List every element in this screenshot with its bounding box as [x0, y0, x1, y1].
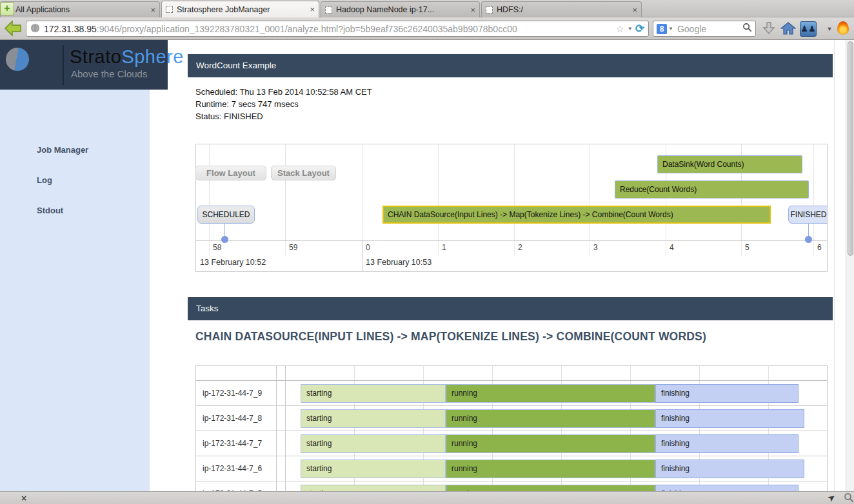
new-tab-button[interactable]: + [0, 2, 14, 15]
timeline-tick-mark [438, 240, 439, 256]
search-input[interactable]: Google [677, 24, 742, 34]
site-identity-globe-icon[interactable] [30, 23, 40, 35]
sidebar-item-log[interactable]: Log [37, 175, 52, 185]
bookmark-dropdown-icon[interactable]: ▼ [628, 26, 633, 32]
tab-favicon-icon [166, 6, 173, 13]
search-engine-icon[interactable]: 8 [657, 24, 667, 34]
tasks-gantt-chart: ip-172-31-44-7_9startingrunningfinishing… [195, 365, 828, 491]
timeline-item-task[interactable]: Reduce(Count Words) [615, 180, 809, 199]
tab-title: HDFS:/ [497, 5, 628, 14]
bookmark-star-icon[interactable]: ☆ [615, 23, 624, 35]
home-icon[interactable] [779, 20, 797, 37]
task-bar-finishing: finishing [655, 409, 804, 428]
timeline-tick-label: 3 [593, 243, 598, 252]
task-row: ip-172-31-44-7_6startingrunningfinishing [196, 456, 827, 481]
browser-tab-0[interactable]: All Applications× [0, 1, 160, 17]
tasks-panel-title: Tasks [196, 304, 219, 313]
url-host: 172.31.38.95 [44, 24, 97, 34]
search-engine-dropdown-icon[interactable]: ▼ [668, 26, 673, 32]
sidebar-item-stdout[interactable]: Stdout [37, 206, 63, 215]
task-bar-finishing: finishing [655, 460, 804, 478]
job-panel-header: WordCount Example [188, 54, 833, 77]
tab-close-icon[interactable]: × [470, 6, 475, 14]
tab-close-icon[interactable]: × [632, 6, 637, 14]
people-addon-icon[interactable]: ♟♟ [800, 21, 817, 37]
tab-close-icon[interactable]: × [150, 6, 155, 14]
timeline-item-task[interactable]: DataSink(Word Counts) [657, 155, 802, 173]
task-bar-finishing: finishing [655, 384, 799, 403]
logo-divider [63, 45, 64, 85]
url-bar[interactable]: 172.31.38.95:9046/proxy/application_1392… [26, 21, 649, 37]
task-bar-running: running [446, 434, 655, 453]
browser-tab-1[interactable]: Stratosphere JobManager× [161, 1, 319, 17]
task-bar-running: running [446, 409, 655, 428]
tab-title: All Applications [15, 5, 146, 14]
timeline-tick-label: 58 [213, 243, 221, 252]
timeline-tick-mark [666, 240, 666, 256]
reload-icon[interactable]: ⟳ [635, 22, 644, 35]
timeline-tick-label: 2 [518, 243, 522, 252]
task-row: ip-172-31-44-7_8startingrunningfinishing [196, 406, 827, 431]
timeline-gridline [514, 144, 515, 240]
stratosphere-logo: StratoSphere Above the Clouds [0, 40, 168, 90]
task-bar-running: running [446, 384, 655, 403]
url-text: 172.31.38.95:9046/proxy/application_1392… [44, 24, 613, 34]
timeline-item-event-sched[interactable]: SCHEDULED [197, 206, 255, 224]
task-bar-starting: starting [301, 434, 446, 453]
tab-close-icon[interactable]: × [310, 6, 315, 13]
timeline-tick-label: 4 [670, 243, 674, 252]
tab-favicon-icon [486, 6, 493, 14]
task-bar-starting: starting [301, 460, 446, 478]
search-bar[interactable]: 8 ▼ Google [653, 21, 756, 37]
task-host-label: ip-172-31-44-7_9 [203, 381, 273, 406]
highlight-caret-icon[interactable]: ➤ [825, 491, 837, 504]
findbar-close-icon[interactable]: × [18, 492, 30, 504]
browser-tab-3[interactable]: HDFS:/× [481, 1, 642, 17]
job-runtime-text: Runtime: 7 secs 747 msecs [195, 99, 299, 109]
timeline-gridline [590, 144, 590, 240]
find-bar: × ➤ [0, 491, 854, 504]
timeline-gridline [813, 144, 814, 240]
url-path: :9046/proxy/application_1392283780321_00… [97, 24, 517, 34]
timeline-tick-mark [813, 240, 814, 256]
timeline-tick-mark [209, 240, 210, 256]
timeline-tick-mark [514, 240, 515, 256]
page-viewport: StratoSphere Above the Clouds Job Manage… [0, 40, 854, 491]
navigation-toolbar: 172.31.38.95:9046/proxy/application_1392… [0, 17, 854, 40]
task-bar-finishing: finishing [655, 485, 799, 491]
timeline-tick-mark [590, 240, 590, 256]
find-magnifier-icon[interactable] [844, 492, 854, 504]
task-host-label: ip-172-31-44-7_8 [203, 406, 273, 431]
task-row: ip-172-31-44-7_7startingrunningfinishing [196, 431, 827, 456]
timeline-gridline [438, 144, 439, 240]
timeline-item-event-fin[interactable]: FINISHED [788, 206, 828, 224]
timeline-tick-mark [285, 240, 286, 256]
sidebar-item-job-manager[interactable]: Job Manager [37, 145, 88, 155]
task-row: ip-172-31-44-7_5startingrunningfinishing [196, 481, 827, 491]
timeline-marker-dot [805, 236, 812, 243]
search-go-icon[interactable] [742, 23, 752, 35]
job-status-text: Status: FINISHED [195, 111, 263, 121]
timeline-tick-label: 59 [289, 243, 297, 252]
task-row: ip-172-31-44-7_9startingrunningfinishing [196, 381, 827, 406]
task-bar-starting: starting [301, 409, 446, 428]
flow-layout-button[interactable]: Flow Layout [195, 166, 266, 180]
back-button[interactable] [3, 19, 23, 37]
task-host-label: ip-172-31-44-7_5 [203, 481, 273, 491]
flame-addon-icon[interactable] [836, 21, 850, 36]
task-bar-starting: starting [301, 384, 446, 403]
browser-tab-2[interactable]: Hadoop NameNode ip-17...× [321, 1, 480, 17]
stack-layout-button[interactable]: Stack Layout [271, 166, 336, 180]
browser-window: All Applications×Stratosphere JobManager… [0, 0, 854, 504]
downloads-icon[interactable] [760, 20, 778, 37]
tab-title: Hadoop NameNode ip-17... [336, 5, 466, 14]
vertical-scrollbar[interactable] [846, 40, 854, 491]
timeline-item-task-highlight[interactable]: CHAIN DataSource(Input Lines) -> Map(Tok… [382, 206, 771, 224]
timeline-tick-mark [741, 240, 742, 256]
timeline-gridline [209, 144, 210, 240]
scrollbar-thumb[interactable] [848, 41, 853, 256]
task-bar-running: running [446, 460, 655, 478]
tasks-header-row [196, 366, 827, 381]
timeline-gridline [362, 144, 362, 240]
back-arrow-icon [3, 19, 23, 37]
